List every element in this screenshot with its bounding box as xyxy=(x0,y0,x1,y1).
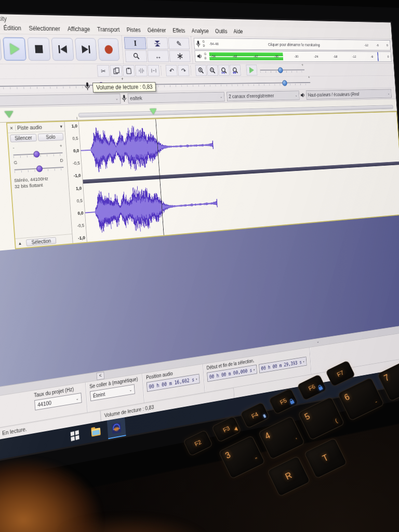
file-explorer-button[interactable] xyxy=(86,421,105,443)
scale-number: -48 xyxy=(232,54,237,58)
skip-end-icon xyxy=(81,45,91,54)
recording-meter[interactable]: GD -54-48 Cliquer pour démarrer le monit… xyxy=(194,38,391,50)
mute-button[interactable]: Silencer xyxy=(10,134,36,142)
selection-tool-button[interactable]: I xyxy=(124,37,147,49)
zoom-tool-button[interactable] xyxy=(125,50,147,62)
play-button[interactable] xyxy=(3,37,26,61)
device-speaker-icon xyxy=(300,92,305,98)
play-at-speed-icon xyxy=(249,67,255,73)
menu-item[interactable]: Effets xyxy=(169,26,189,35)
speed-slider-thumb[interactable] xyxy=(278,68,283,73)
zoom-out-button[interactable] xyxy=(207,65,218,76)
key-sub-label: ( xyxy=(334,417,339,423)
output-device-combo[interactable]: Haut-parleurs / écouteurs (Real⌄ xyxy=(306,89,392,99)
zoom-in-icon xyxy=(198,67,205,74)
play-icon xyxy=(10,43,20,55)
track-name[interactable]: Piste audio xyxy=(16,124,60,131)
menu-item[interactable]: Générer xyxy=(144,26,170,35)
monitoring-message: Cliquer pour démarrer le monitoring xyxy=(218,42,364,47)
key-sub-label: - xyxy=(374,398,378,404)
menu-item[interactable]: Pistes xyxy=(123,25,144,34)
magnifier-icon xyxy=(132,52,139,60)
track-close-button[interactable]: × xyxy=(7,125,16,131)
zoom-project-button[interactable] xyxy=(230,65,241,76)
host-combo[interactable]: MME⌄ xyxy=(0,94,121,107)
zoom-in-button[interactable] xyxy=(195,65,207,76)
scale-number: 0 xyxy=(387,55,389,58)
track-control-panel: × Piste audio ▼ Silencer Solo -+ xyxy=(7,122,73,248)
play-at-speed-button[interactable] xyxy=(246,65,257,76)
zoom-selection-icon xyxy=(221,67,227,74)
pinned-playhead-icon[interactable] xyxy=(4,111,14,118)
skip-to-start-button[interactable] xyxy=(51,38,74,61)
record-meter-body: -54-48 Cliquer pour démarrer le monitori… xyxy=(207,38,391,50)
scale-number: -24 xyxy=(314,55,318,59)
keyboard-key: R xyxy=(267,456,311,497)
audacity-taskbar-button[interactable] xyxy=(107,417,126,439)
field-caret-icon[interactable]: ▾ xyxy=(195,377,197,381)
draw-tool-button[interactable]: ✎ xyxy=(168,37,190,49)
undo-button[interactable]: ↶ xyxy=(166,65,178,76)
silence-audio-button[interactable] xyxy=(148,65,159,76)
menu-item[interactable]: Aide xyxy=(230,28,246,36)
key-icon xyxy=(318,386,323,390)
menu-item[interactable]: Édition xyxy=(0,23,25,33)
zoom-project-icon xyxy=(232,67,238,74)
redo-button[interactable]: ↷ xyxy=(178,65,190,76)
scale-number: -6 xyxy=(370,55,373,58)
pause-button[interactable] xyxy=(0,37,2,61)
input-channels-combo[interactable]: 2 canaux d'enregistremer⌄ xyxy=(227,90,300,101)
stop-button[interactable] xyxy=(27,37,50,61)
keyboard-key: 6- xyxy=(337,377,384,421)
envelope-tool-button[interactable] xyxy=(147,37,168,49)
field-caret-icon[interactable]: ▾ xyxy=(253,367,255,371)
scroll-left-arrow[interactable]: < xyxy=(96,371,104,380)
selection-focus-button[interactable]: Sélection xyxy=(26,237,56,246)
menu-item[interactable]: Transport xyxy=(94,25,124,34)
record-button[interactable] xyxy=(98,38,119,61)
multi-tool-button[interactable] xyxy=(169,50,190,62)
scale-number: -30 xyxy=(294,55,299,59)
transport-toolbar xyxy=(0,34,124,64)
undo-icon: ↶ xyxy=(169,67,174,74)
copy-button[interactable] xyxy=(110,65,122,76)
playhead-triangle-icon[interactable] xyxy=(150,109,157,114)
device-mic-icon xyxy=(122,95,127,102)
keyboard-key: 5( xyxy=(298,396,345,441)
window-title: Audacity xyxy=(0,15,7,23)
timeshift-tool-button[interactable]: ↔ xyxy=(147,50,169,62)
start-button[interactable] xyxy=(65,424,85,447)
menu-item[interactable]: Analyse xyxy=(188,26,212,35)
play-at-speed-toolbar: + xyxy=(246,64,304,75)
menu-item[interactable]: Affichage xyxy=(63,24,94,34)
scale-number: -12 xyxy=(352,55,356,58)
key-sub-label: " xyxy=(255,456,259,462)
pan-slider[interactable] xyxy=(14,164,64,173)
skip-to-end-button[interactable] xyxy=(75,38,97,61)
playback-meter[interactable]: GD -54-48-42-36-30-24-18-12-60 xyxy=(194,50,391,62)
folder-icon xyxy=(91,428,100,436)
menu-item[interactable]: Sélectionner xyxy=(25,24,64,33)
playback-volume-thumb[interactable] xyxy=(282,80,287,86)
playback-volume-slider[interactable]: + xyxy=(146,79,311,88)
zoom-selection-button[interactable] xyxy=(218,65,230,76)
keyboard-key: 7è xyxy=(377,358,399,402)
keyboard-key: 4' xyxy=(258,416,305,460)
gain-slider[interactable] xyxy=(13,149,63,158)
volume-tooltip: Volume de lecture : 0,83 xyxy=(92,82,156,92)
speed-slider[interactable]: + xyxy=(260,67,304,73)
field-caret-icon[interactable]: ▾ xyxy=(303,360,305,364)
record-scale-left: -54-48 xyxy=(209,42,219,46)
input-device-combo[interactable]: ealtek⌄ xyxy=(127,91,224,103)
microphone-icon xyxy=(196,40,201,47)
trim-audio-button[interactable] xyxy=(135,65,148,76)
track-menu-caret-icon[interactable]: ▼ xyxy=(59,124,64,129)
menu-item[interactable]: Outils xyxy=(212,27,231,35)
solo-button[interactable]: Solo xyxy=(37,133,63,141)
scrollbar-chevron-icon[interactable]: ⌄ xyxy=(316,339,320,343)
paste-icon xyxy=(126,68,132,74)
speaker-icon xyxy=(197,53,203,59)
track-collapse-button[interactable]: ▲ xyxy=(16,241,24,246)
cut-button[interactable]: ✂ xyxy=(97,65,110,77)
paste-button[interactable] xyxy=(123,65,135,76)
